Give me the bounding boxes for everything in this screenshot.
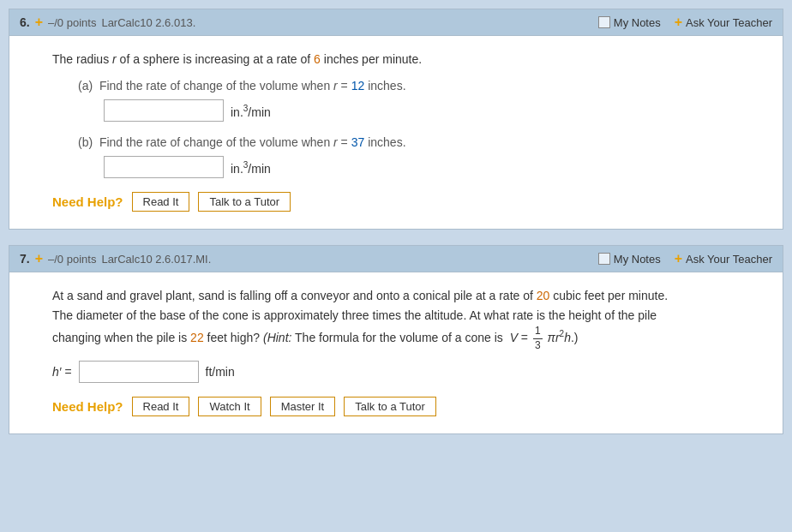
answer-input-7[interactable] (79, 361, 199, 383)
talk-to-tutor-button-7[interactable]: Talk to a Tutor (344, 397, 436, 416)
question-7-points: –/0 points (48, 253, 96, 266)
unit-label-6b: in.3/min (231, 160, 271, 176)
question-7-problem-text: At a sand and gravel plant, sand is fall… (52, 286, 762, 352)
question-6-course-id: LarCalc10 2.6.013. (101, 16, 195, 29)
formula-fraction: 1 3 (533, 325, 543, 352)
question-6-body: The radius r of a sphere is increasing a… (9, 36, 783, 229)
question-6: 6. + –/0 points LarCalc10 2.6.013. My No… (9, 9, 783, 230)
notes-checkbox-7[interactable] (598, 253, 610, 265)
fraction-numerator: 1 (533, 325, 543, 339)
value-6a-r: 12 (351, 79, 365, 93)
question-6-header-left: 6. + –/0 points LarCalc10 2.6.013. (20, 15, 195, 30)
h-prime-label-7: h′ = (52, 365, 72, 379)
need-help-label-6: Need Help? (52, 194, 123, 209)
need-help-row-6: Need Help? Read It Talk to a Tutor (52, 192, 762, 212)
ask-teacher-button-7[interactable]: + Ask Your Teacher (675, 251, 772, 266)
unit-label-7: ft/min (206, 365, 235, 379)
fraction-denominator: 3 (533, 339, 543, 353)
unit-label-6a: in.3/min (231, 104, 271, 119)
talk-to-tutor-button-6[interactable]: Talk to a Tutor (198, 192, 291, 212)
my-notes-label-7: My Notes (614, 253, 661, 266)
value-6-rate: 6 (314, 52, 321, 66)
question-6-sub-a: (a) Find the rate of change of the volum… (78, 79, 762, 93)
question-6-number: 6. (20, 15, 30, 29)
value-7-rate: 20 (537, 289, 550, 302)
question-7-body: At a sand and gravel plant, sand is fall… (9, 272, 783, 433)
master-it-button-7[interactable]: Master It (270, 397, 336, 416)
need-help-row-7: Need Help? Read It Watch It Master It Ta… (52, 397, 762, 416)
notes-checkbox-6[interactable] (598, 16, 610, 28)
ask-teacher-label-6: Ask Your Teacher (686, 16, 772, 29)
my-notes-button-6[interactable]: My Notes (598, 16, 661, 29)
question-6b-input-row: in.3/min (104, 156, 762, 178)
read-it-button-6[interactable]: Read It (132, 192, 190, 212)
question-6-points: –/0 points (48, 16, 96, 29)
plus-icon-7[interactable]: + (35, 251, 43, 266)
question-7-course-id: LarCalc10 2.6.017.MI. (101, 253, 211, 266)
h-prime-row-7: h′ = ft/min (52, 361, 762, 383)
question-6a-input-row: in.3/min (104, 99, 762, 122)
my-notes-button-7[interactable]: My Notes (598, 253, 661, 266)
ask-teacher-plus-icon-7: + (675, 251, 682, 266)
ask-teacher-button-6[interactable]: + Ask Your Teacher (675, 15, 772, 30)
plus-icon-6[interactable]: + (35, 15, 43, 30)
question-6-sub-b: (b) Find the rate of change of the volum… (78, 135, 762, 149)
answer-input-6a[interactable] (104, 99, 224, 122)
read-it-button-7[interactable]: Read It (132, 397, 190, 416)
question-7-header-left: 7. + –/0 points LarCalc10 2.6.017.MI. (20, 251, 211, 266)
watch-it-button-7[interactable]: Watch It (198, 397, 261, 416)
my-notes-label-6: My Notes (614, 16, 661, 29)
ask-teacher-label-7: Ask Your Teacher (686, 253, 772, 266)
question-6-header-right: My Notes + Ask Your Teacher (598, 15, 772, 30)
question-7-header-right: My Notes + Ask Your Teacher (598, 251, 772, 266)
question-6-problem-text: The radius r of a sphere is increasing a… (52, 50, 762, 69)
question-7-number: 7. (20, 252, 30, 266)
question-6-header: 6. + –/0 points LarCalc10 2.6.013. My No… (9, 9, 783, 36)
ask-teacher-plus-icon-6: + (675, 15, 682, 30)
question-7: 7. + –/0 points LarCalc10 2.6.017.MI. My… (9, 245, 783, 434)
answer-input-6b[interactable] (104, 156, 224, 178)
value-6b-r: 37 (351, 135, 365, 149)
need-help-label-7: Need Help? (52, 399, 123, 414)
question-7-header: 7. + –/0 points LarCalc10 2.6.017.MI. My… (9, 246, 783, 272)
value-7-height: 22 (190, 331, 204, 344)
